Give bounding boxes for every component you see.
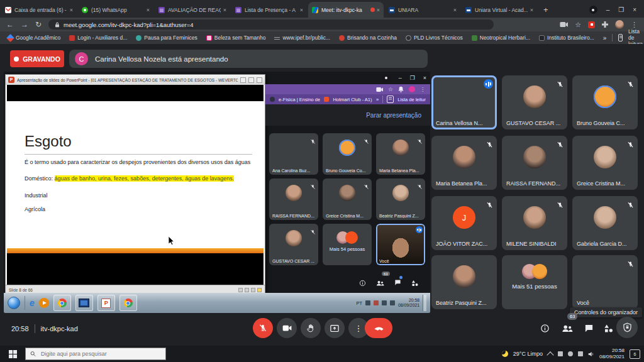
tab-lista-presenca[interactable]: Lista de Presença - A × <box>231 2 307 18</box>
participant-tile-carina[interactable]: Carina Vellosa N... <box>431 75 497 129</box>
chat-icon[interactable] <box>394 277 401 288</box>
tab-gmail[interactable]: Caixa de entrada (6) - × <box>1 2 77 18</box>
tray-icon[interactable] <box>365 300 370 305</box>
stop-presenting-button[interactable]: Parar apresentação <box>366 112 421 119</box>
activities-icon[interactable] <box>411 280 419 287</box>
participants-icon[interactable] <box>376 280 384 287</box>
participant-tile[interactable]: Maria Betanea Pla... <box>431 136 497 190</box>
self-view-tile[interactable]: Você <box>572 255 638 309</box>
browser-menu-kebab-icon[interactable]: ⋮ <box>631 21 638 29</box>
close-button[interactable]: × <box>633 6 636 13</box>
ppt-control-icon[interactable] <box>240 77 246 83</box>
bookmark-item[interactable]: Google Acadêmico <box>8 35 60 41</box>
taskbar-video-app-button[interactable] <box>75 295 93 311</box>
more-participants-tile[interactable]: Mais 54 pessoas <box>323 224 372 265</box>
taskbar-powerpoint-button[interactable]: P <box>97 295 115 311</box>
participant-tile[interactable]: Ana Carolina Buz... <box>269 133 318 175</box>
bookmark-item[interactable]: Login - Auxiliares d... <box>69 35 127 41</box>
participant-tile[interactable]: Maria Betanea Pla... <box>376 133 425 175</box>
tab-whatsapp[interactable]: (15) WhatsApp × <box>78 2 153 18</box>
maximize-button[interactable]: ❐ <box>618 6 624 13</box>
tray-expand-icon[interactable] <box>547 351 553 358</box>
tab-close-icon[interactable]: × <box>300 7 303 13</box>
new-tab-button[interactable]: + <box>543 5 548 14</box>
tab-avaliacao[interactable]: AVALIAÇÃO DE REAÇ × <box>155 2 230 18</box>
volume-icon[interactable] <box>588 351 594 357</box>
bookmark-item[interactable]: PLD Livros Técnicos <box>406 35 463 41</box>
leave-call-button[interactable] <box>365 318 392 338</box>
bookmark-item[interactable]: Brisando na Cozinha <box>339 35 397 41</box>
tab-close-icon[interactable]: × <box>147 7 150 13</box>
participant-tile[interactable]: GUSTAVO CESAR ... <box>269 224 318 265</box>
bookmark-item[interactable]: Neotropical Herbari... <box>472 35 530 41</box>
extension-red-icon[interactable] <box>588 21 595 28</box>
view-normal-icon[interactable] <box>238 288 243 292</box>
start-orb-icon[interactable] <box>8 297 20 309</box>
tray-icon[interactable] <box>578 351 583 356</box>
extensions-puzzle-icon[interactable] <box>602 21 608 28</box>
participant-tile[interactable]: J JOÃO VITOR ZAC... <box>431 196 497 250</box>
present-button[interactable] <box>325 318 345 338</box>
info-icon[interactable] <box>359 280 366 287</box>
tray-icon[interactable] <box>382 300 387 305</box>
media-controls-icon[interactable] <box>589 6 597 14</box>
taskbar-chrome-button[interactable] <box>53 295 71 311</box>
profile-avatar[interactable] <box>615 20 624 29</box>
participant-tile[interactable]: Greice Cristina M... <box>323 178 372 220</box>
tab-uniara[interactable]: UNIARA × <box>385 2 460 18</box>
close-button[interactable]: × <box>423 75 426 81</box>
tray-icon[interactable] <box>568 351 573 356</box>
participant-tile[interactable]: Greice Cristina M... <box>572 136 638 190</box>
address-bar[interactable]: meet.google.com/itv-dkpc-kad?pli=1&authu… <box>48 19 494 30</box>
mic-toggle-button[interactable] <box>253 318 273 338</box>
bookmark-star-icon[interactable]: ☆ <box>575 21 581 29</box>
presenter-profile-avatar[interactable] <box>409 86 415 92</box>
start-button[interactable] <box>0 350 25 358</box>
bookmarks-overflow-icon[interactable]: » <box>603 35 607 41</box>
participant-tile[interactable]: Beatriz Pasquini Z... <box>431 255 497 309</box>
tab-meet-active[interactable]: Meet: itv-dkpc-ka × <box>308 2 384 18</box>
participant-tile[interactable]: RAISSA FERNAND... <box>269 178 318 220</box>
participant-tile[interactable]: Bruno Gouveia Co... <box>323 133 372 175</box>
tab-media-icon[interactable] <box>376 87 383 92</box>
minimize-button[interactable]: – <box>399 75 402 81</box>
language-indicator[interactable]: PT <box>356 300 362 306</box>
camera-toggle-button[interactable] <box>277 318 297 338</box>
meeting-details-button[interactable] <box>538 322 551 334</box>
show-desktop-button[interactable] <box>423 295 426 311</box>
tab-uniara-virtual[interactable]: Uniara Virtual - Acad... × <box>462 2 537 18</box>
tab-close-icon[interactable]: × <box>223 7 226 13</box>
bookmark-star-icon[interactable]: ☆ <box>388 86 393 92</box>
participant-tile[interactable]: Gabriela Garcia D... <box>572 196 638 250</box>
ppt-control-icon[interactable] <box>257 77 262 83</box>
win7-clock[interactable]: 20:58 08/09/2021 <box>398 298 419 309</box>
bookmark-item[interactable]: Instituto Brasileiro... <box>539 35 594 41</box>
organizer-controls-button[interactable] <box>616 317 638 338</box>
taskbar-clock[interactable]: 20:58 08/09/2021 <box>599 348 625 360</box>
participant-tile[interactable]: GUSTAVO CESAR ... <box>502 75 567 129</box>
taskbar-search-box[interactable] <box>25 348 166 360</box>
bookmark-item[interactable]: Pausa para Feminices <box>136 35 197 41</box>
participant-tile[interactable]: MILENE SINIBALDI <box>502 196 567 250</box>
maximize-button[interactable]: ❐ <box>410 75 415 81</box>
weather-text[interactable]: 29°C Limpo <box>513 351 543 357</box>
tab-close-icon[interactable]: × <box>70 7 73 13</box>
bookmarks-overflow-icon[interactable]: » <box>376 97 379 102</box>
bookmark-item[interactable]: Beleza sem Tamanho <box>206 35 266 41</box>
minimize-button[interactable]: – <box>606 6 610 13</box>
forward-icon[interactable]: → <box>21 21 28 28</box>
participant-tile[interactable]: Bruno Gouveia C... <box>572 75 638 129</box>
refresh-icon[interactable]: ↻ <box>35 21 42 28</box>
more-participants-tile[interactable]: Mais 51 pessoas <box>502 255 567 309</box>
view-slideshow-icon[interactable] <box>257 288 262 292</box>
bell-icon[interactable] <box>398 86 404 92</box>
participants-button[interactable] <box>561 322 574 334</box>
tab-media-icon[interactable] <box>560 21 568 28</box>
tray-icon[interactable] <box>374 300 379 305</box>
tab-close-icon[interactable]: × <box>453 7 457 13</box>
view-reading-icon[interactable] <box>251 288 255 292</box>
raise-hand-button[interactable] <box>301 318 321 338</box>
notification-center-button[interactable]: 6 <box>630 349 640 359</box>
tab-close-icon[interactable]: × <box>377 7 380 13</box>
tray-icon[interactable] <box>390 300 395 305</box>
